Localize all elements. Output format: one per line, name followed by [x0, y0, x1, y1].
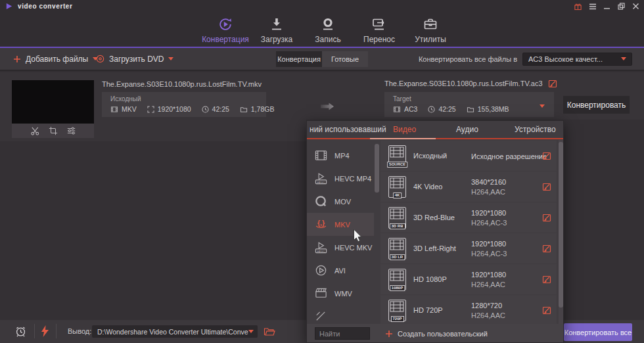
preset-row-source[interactable]: SOURCE Исходный Исходное разрешение	[380, 141, 557, 171]
nav-tab-tools[interactable]: Утилиты	[405, 16, 456, 44]
format-item-hevc-mkv[interactable]: HEVC HEVC MKV	[307, 236, 374, 259]
target-filename: The.Expanse.S03E10.1080p.rus.LostFilm.TV…	[384, 80, 543, 87]
transfer-icon	[371, 16, 388, 33]
folder-icon	[467, 106, 474, 113]
open-folder-icon[interactable]	[264, 327, 275, 336]
preset-row-4k[interactable]: 4K 4K Video 3840*2160 H264,AAC	[380, 172, 557, 202]
menu-icon[interactable]	[588, 2, 597, 11]
source-panel-info: MKV 1920*1080 42:25 1,78GB	[110, 105, 274, 113]
search-input[interactable]	[315, 327, 370, 340]
edit-preset-icon[interactable]	[542, 306, 551, 315]
preset-codec: H264,AC-3	[471, 249, 507, 259]
preset-row-3d-red-blue[interactable]: 3D RB 3D Red-Blue 1920*1080 H264,AC-3	[380, 202, 557, 233]
restore-button[interactable]	[617, 2, 626, 11]
svg-text:{,}: {,}	[317, 219, 325, 227]
format-popup-tabs: ний использовавший Видео Аудио Устройств…	[307, 121, 564, 138]
clock-icon	[202, 106, 209, 113]
preset-badge: 3D LR	[390, 254, 405, 260]
preset-list-scrollbar[interactable]	[559, 140, 563, 324]
preset-codec: H264,AAC	[471, 280, 506, 290]
convert-all-button[interactable]: Конвертировать все	[564, 323, 632, 341]
preset-resolution: 1920*1080	[471, 239, 507, 249]
source-panel: Исходный MKV 1920*1080 42:25 1,78GB	[102, 92, 266, 117]
crop-icon[interactable]	[49, 126, 58, 135]
edit-preset-icon[interactable]	[542, 244, 551, 253]
view-tabs: Конвертация Готовые	[276, 51, 368, 67]
format-item-mp4[interactable]: MP4	[307, 144, 374, 167]
convert-all-to: Конвертировать все файлы в AC3 Высокое к…	[419, 48, 632, 70]
scrollbar-thumb[interactable]	[375, 144, 379, 193]
popup-footer: Создать пользовательский	[307, 324, 564, 343]
popup-tab-device[interactable]: Устройство	[515, 121, 556, 138]
nav-label: Перенос	[363, 35, 395, 44]
popup-tab-audio[interactable]: Аудио	[456, 121, 478, 138]
edit-preset-icon[interactable]	[542, 213, 551, 222]
format-list-scrollbar[interactable]	[375, 144, 379, 324]
wmv-icon	[314, 286, 328, 300]
preset-codec: H264,AAC	[471, 187, 506, 197]
schedule-icon[interactable]	[14, 325, 27, 338]
preset-details: 3840*2160 H264,AAC	[471, 177, 506, 197]
output-format-select[interactable]: AC3 Высокое качест...	[522, 53, 632, 66]
nav-tab-download[interactable]: Загрузка	[251, 16, 302, 44]
preset-1080p-icon: 1080P	[388, 269, 406, 290]
minimize-button[interactable]	[603, 2, 611, 11]
trim-icon[interactable]	[30, 126, 40, 136]
preset-name: 3D Left-Right	[413, 244, 456, 252]
gift-icon[interactable]	[574, 2, 582, 11]
edit-preset-icon[interactable]	[542, 151, 551, 160]
effects-icon[interactable]	[66, 126, 76, 135]
logo-play-icon	[5, 3, 12, 10]
preset-list: SOURCE Исходный Исходное разрешение 4K 4…	[380, 141, 557, 324]
preset-row-hd-1080p[interactable]: 1080P HD 1080P 1920*1080 H264,AAC	[380, 264, 557, 294]
format-item-mkv[interactable]: {,} MKV	[307, 213, 374, 236]
popup-tab-video[interactable]: Видео	[393, 121, 416, 138]
preset-row-3d-left-right[interactable]: 3D LR 3D Left-Right 1920*1080 H264,AC-3	[380, 233, 557, 263]
preset-resolution: 1280*720	[471, 301, 505, 311]
close-button[interactable]	[632, 2, 640, 11]
nav-label: Запись	[315, 35, 340, 44]
scrollbar-thumb[interactable]	[559, 142, 563, 308]
target-size-value: 155,38MB	[478, 105, 509, 113]
edit-preset-icon[interactable]	[542, 275, 551, 284]
format-label: HEVC MP4	[334, 175, 371, 183]
main-nav: Конвертация Загрузка Запись	[200, 16, 456, 44]
mkv-icon: {,}	[314, 217, 328, 231]
format-label: MOV	[334, 198, 351, 206]
format-item-wmv[interactable]: WMV	[307, 282, 374, 305]
preset-details: 1920*1080 H264,AC-3	[471, 239, 507, 259]
format-label: MKV	[334, 221, 350, 229]
source-format-value: MKV	[122, 105, 137, 113]
load-dvd-button[interactable]: Загрузить DVD	[96, 48, 173, 70]
popup-tab-recent[interactable]: ний использовавший	[310, 121, 386, 138]
titlebar: video converter	[0, 0, 644, 13]
target-panel[interactable]: Target AC3 42:25 155,38MB	[384, 92, 554, 117]
format-item-partial[interactable]	[307, 305, 374, 324]
target-format: AC3	[393, 105, 417, 113]
preset-details: 1920*1080 H264,AC-3	[471, 208, 507, 228]
format-item-hevc-mp4[interactable]: HEVC HEVC MP4	[307, 167, 374, 190]
load-dvd-label: Загрузить DVD	[109, 55, 164, 64]
highspeed-icon[interactable]	[40, 325, 49, 338]
format-item-avi[interactable]: AVI	[307, 259, 374, 282]
divider	[34, 324, 35, 338]
format-label: HEVC MKV	[334, 244, 372, 252]
output-path-select[interactable]: D:\Wondershare Video Converter Ultimate\…	[92, 325, 258, 338]
nav-tab-convert[interactable]: Конвертация	[200, 16, 251, 44]
source-duration-value: 42:25	[212, 105, 229, 113]
nav-tab-record[interactable]: Запись	[302, 16, 354, 44]
preset-name: HD 1080P	[413, 275, 447, 283]
nav-tab-transfer[interactable]: Перенос	[354, 16, 405, 44]
rename-icon[interactable]	[548, 79, 557, 88]
convert-file-button[interactable]: Конвертировать	[563, 96, 630, 114]
view-tab-finished[interactable]: Готовые	[322, 51, 368, 67]
nav-label: Загрузка	[261, 35, 293, 44]
edit-preset-icon[interactable]	[542, 182, 551, 191]
target-format-chevron-icon[interactable]	[540, 104, 545, 110]
preset-row-hd-720p[interactable]: 720P HD 720P 1280*720 H264,AAC	[380, 295, 557, 324]
create-custom-button[interactable]: Создать пользовательский	[385, 324, 488, 343]
add-files-button[interactable]: Добавить файлы	[13, 48, 98, 70]
format-item-mov[interactable]: MOV	[307, 190, 374, 213]
view-tab-converting[interactable]: Конвертация	[276, 51, 322, 67]
nav-label: Конвертация	[202, 35, 249, 44]
